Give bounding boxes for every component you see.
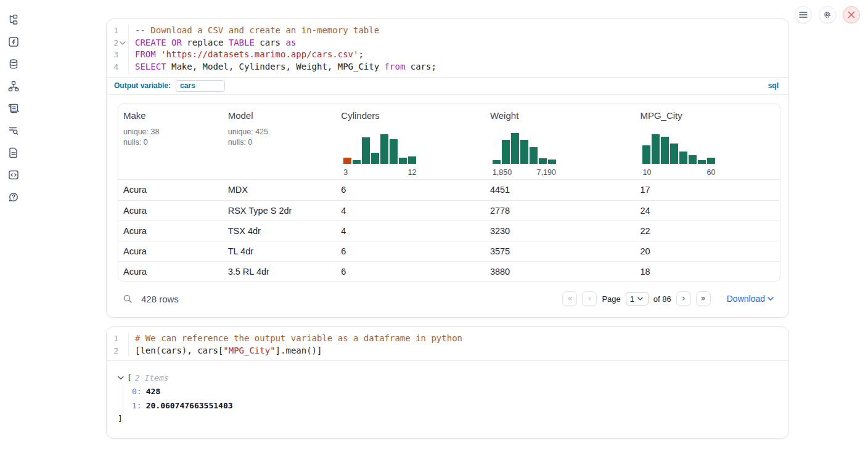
entry-value: 428 [146, 387, 160, 396]
line-number-gutter: 3 [107, 49, 129, 61]
code-token: as [285, 38, 296, 47]
histogram-bar [670, 144, 678, 164]
prev-page-button[interactable]: ‹ [582, 291, 597, 306]
last-page-button[interactable]: » [696, 291, 711, 306]
code-line: 1-- Download a CSV and create an in-memo… [107, 25, 788, 37]
column-title: Weight [490, 110, 631, 121]
dependency-graph-icon[interactable] [8, 81, 19, 92]
table-cell: 17 [635, 185, 780, 195]
table-cell: 6 [336, 267, 485, 277]
file-tree-icon[interactable] [8, 14, 19, 25]
download-button[interactable]: Download [723, 293, 777, 304]
table-cell: 2778 [485, 206, 636, 216]
table-cell: Acura [118, 185, 223, 195]
snippets-icon[interactable] [8, 169, 19, 180]
histogram-bar [511, 133, 519, 164]
code-token: CREATE [135, 38, 166, 47]
settings-button[interactable] [819, 6, 836, 23]
table-body: AcuraMDX6445117AcuraRSX Type S 2dr427782… [118, 180, 780, 281]
code-line: 1# We can reference the output variable … [107, 333, 788, 345]
next-page-button[interactable]: › [676, 291, 691, 306]
code-token: TABLE [229, 38, 255, 47]
menu-button[interactable] [795, 6, 812, 23]
code-text: -- Download a CSV and create an in-memor… [129, 25, 379, 37]
histogram-bar [652, 134, 660, 164]
table-cell: 20 [635, 246, 780, 256]
code-text: CREATE OR replace TABLE cars as [129, 37, 296, 49]
column-header-make[interactable]: Makeunique: 38nulls: 0 [118, 104, 223, 179]
documentation-icon[interactable] [8, 147, 19, 158]
page-select[interactable]: 1 [626, 292, 649, 305]
histogram-bar [502, 140, 510, 164]
histogram-bar [689, 155, 697, 164]
column-header-weight[interactable]: Weight1,8507,190 [485, 104, 636, 179]
shutdown-button[interactable] [843, 6, 860, 23]
histogram-bar [371, 153, 379, 164]
fold-spacer [119, 63, 126, 70]
page-label: Page [602, 294, 620, 304]
first-page-button[interactable]: « [562, 291, 577, 306]
code-token: replace [182, 38, 229, 47]
pagination: « ‹ Page 1 of 86 › » Download [562, 291, 777, 306]
table-cell: 3575 [485, 246, 636, 256]
table-cell: 24 [635, 206, 780, 216]
histogram-axis-labels: 1,8507,190 [493, 168, 556, 177]
outline-icon[interactable] [8, 103, 19, 114]
output-variable-row: Output variable: sql [107, 77, 788, 94]
table-cell: 3.5 RL 4dr [223, 267, 337, 277]
sql-code-editor[interactable]: 1-- Download a CSV and create an in-memo… [107, 19, 788, 77]
line-number: 1 [113, 25, 118, 37]
table-cell: Acura [118, 226, 223, 236]
python-code-editor[interactable]: 1# We can reference the output variable … [107, 327, 788, 360]
table-cell: 6 [336, 246, 485, 256]
code-line: 2CREATE OR replace TABLE cars as [107, 37, 788, 49]
code-token: 'https://datasets.marimo.app/cars.csv' [161, 49, 358, 59]
variables-icon[interactable] [8, 36, 19, 47]
code-token: "MPG_City" [223, 346, 275, 355]
table-header: Makeunique: 38nulls: 0Modelunique: 425nu… [118, 104, 780, 180]
collapse-chevron-icon[interactable] [118, 376, 124, 380]
column-stats: unique: 425nulls: 0 [228, 127, 332, 148]
entry-value: 20.060747663551403 [146, 401, 233, 410]
column-header-model[interactable]: Modelunique: 425nulls: 0 [223, 104, 337, 179]
output-variable-label: Output variable: [114, 81, 171, 90]
line-number-gutter: 2 [107, 345, 129, 357]
topbar-actions [795, 6, 860, 23]
search-icon[interactable] [123, 294, 133, 304]
table-cell: Acura [118, 246, 223, 256]
help-icon[interactable] [8, 192, 19, 203]
table-cell: TSX 4dr [223, 226, 337, 236]
page-select-value: 1 [630, 294, 634, 304]
datasources-icon[interactable] [8, 59, 19, 70]
column-histogram [493, 133, 556, 164]
fold-spacer [119, 335, 126, 342]
page-total-label: of 86 [653, 294, 671, 304]
axis-max-label: 12 [407, 168, 416, 177]
code-text: # We can reference the output variable a… [129, 333, 462, 345]
histogram-bar [343, 158, 351, 164]
column-header-cylinders[interactable]: Cylinders312 [336, 104, 485, 179]
column-header-mpg_city[interactable]: MPG_City1060 [635, 104, 780, 179]
table-row: AcuraTSX 4dr4323022 [118, 220, 780, 241]
items-count-label: 2 Items [135, 373, 169, 382]
open-bracket: [ [127, 373, 132, 382]
histogram-bar [707, 158, 715, 164]
histogram-bar [698, 160, 706, 164]
table-row: AcuraMDX6445117 [118, 180, 780, 200]
axis-min-label: 1,850 [493, 168, 512, 177]
column-stats: unique: 38nulls: 0 [123, 127, 218, 148]
code-token: # We can reference the output variable a… [135, 333, 462, 343]
fold-indicator-icon[interactable] [119, 39, 126, 46]
logs-search-icon[interactable] [8, 125, 19, 136]
row-count: 428 rows [141, 294, 179, 304]
histogram-bar [353, 160, 361, 164]
table-row: Acura3.5 RL 4dr6388018 [118, 261, 780, 281]
table-row: AcuraTL 4dr6357520 [118, 241, 780, 261]
line-number: 1 [113, 333, 118, 345]
output-variable-input[interactable] [176, 80, 225, 92]
histogram-bar [399, 158, 407, 164]
code-token: SELECT [135, 62, 166, 71]
table-cell: 3880 [485, 267, 636, 277]
line-number: 2 [113, 345, 118, 357]
axis-min-label: 10 [642, 168, 651, 177]
